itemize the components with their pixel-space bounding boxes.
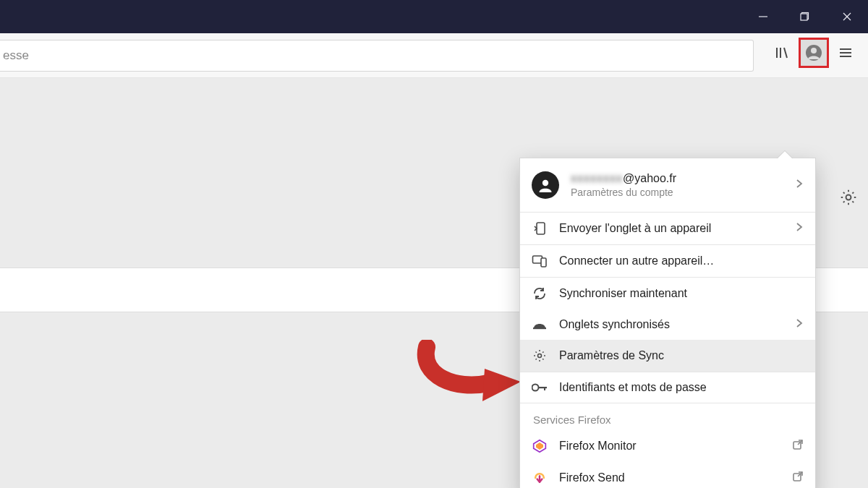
firefox-send-icon xyxy=(532,471,548,485)
menu-pointer xyxy=(777,151,793,159)
account-email-hidden: xxxxxxxx xyxy=(571,172,623,185)
svg-rect-19 xyxy=(533,328,546,329)
synced-tabs-label: Onglets synchronisés xyxy=(559,318,783,331)
firefox-monitor-icon xyxy=(532,439,548,453)
account-menu: xxxxxxxx@yahoo.fr Paramètres du compte E… xyxy=(519,158,816,488)
logins-label: Identifiants et mots de passe xyxy=(559,381,804,394)
connect-device-label: Connecter un autre appareil… xyxy=(559,254,804,267)
minimize-button[interactable] xyxy=(742,0,784,33)
svg-rect-2 xyxy=(801,14,807,20)
svg-line-29 xyxy=(798,472,802,476)
synced-tabs-item[interactable]: Onglets synchronisés xyxy=(520,309,815,340)
svg-point-9 xyxy=(811,48,817,53)
devices-icon xyxy=(532,254,548,268)
svg-line-27 xyxy=(798,440,802,445)
address-bar-placeholder: esse xyxy=(3,48,29,63)
browser-toolbar: esse xyxy=(0,33,868,78)
svg-rect-16 xyxy=(537,223,545,234)
avatar-icon xyxy=(532,171,559,199)
svg-line-7 xyxy=(784,48,787,58)
svg-rect-18 xyxy=(541,258,546,267)
services-heading: Services Firefox xyxy=(520,403,815,430)
external-link-icon xyxy=(792,439,804,453)
annotation-arrow xyxy=(416,340,524,412)
maximize-button[interactable] xyxy=(784,0,826,33)
firefox-monitor-item[interactable]: Firefox Monitor xyxy=(520,430,815,462)
connect-device-item[interactable]: Connecter un autre appareil… xyxy=(520,245,815,277)
svg-marker-14 xyxy=(482,369,521,401)
send-tab-label: Envoyer l'onglet à un appareil xyxy=(559,222,783,235)
firefox-send-label: Firefox Send xyxy=(559,471,780,484)
content-area: xxxxxxxx@yahoo.fr Paramètres du compte E… xyxy=(0,78,868,488)
svg-point-20 xyxy=(538,354,542,358)
svg-marker-25 xyxy=(536,442,543,450)
svg-point-15 xyxy=(542,180,548,186)
svg-point-21 xyxy=(532,385,539,391)
sync-settings-item[interactable]: Paramètres de Sync xyxy=(520,340,815,372)
close-button[interactable] xyxy=(826,0,868,33)
svg-rect-22 xyxy=(538,387,547,388)
svg-point-13 xyxy=(846,195,851,200)
svg-rect-23 xyxy=(544,387,545,390)
sync-icon xyxy=(532,286,548,301)
chevron-right-icon xyxy=(795,179,804,192)
logins-item[interactable]: Identifiants et mots de passe xyxy=(520,372,815,403)
account-subtitle: Paramètres du compte xyxy=(571,187,783,198)
gear-icon xyxy=(532,348,548,363)
chevron-right-icon xyxy=(795,318,804,331)
library-button[interactable] xyxy=(767,38,797,68)
firefox-send-item[interactable]: Firefox Send xyxy=(520,462,815,488)
sync-now-label: Synchroniser maintenant xyxy=(559,287,804,300)
external-link-icon xyxy=(792,471,804,485)
hamburger-menu-button[interactable] xyxy=(830,38,861,68)
chevron-right-icon xyxy=(795,222,804,235)
sync-settings-label: Paramètres de Sync xyxy=(559,349,804,362)
send-tab-item[interactable]: Envoyer l'onglet à un appareil xyxy=(520,213,815,244)
firefox-monitor-label: Firefox Monitor xyxy=(559,440,780,453)
account-button[interactable] xyxy=(799,38,829,68)
send-to-device-icon xyxy=(532,221,548,236)
key-icon xyxy=(532,382,548,393)
settings-gear-icon[interactable] xyxy=(839,188,858,210)
account-email-domain: @yahoo.fr xyxy=(623,172,676,184)
window-titlebar xyxy=(0,0,868,33)
account-info: xxxxxxxx@yahoo.fr Paramètres du compte xyxy=(571,172,783,198)
synced-tabs-icon xyxy=(532,320,548,330)
sync-now-item[interactable]: Synchroniser maintenant xyxy=(520,278,815,309)
address-bar[interactable]: esse xyxy=(0,40,754,72)
account-header-item[interactable]: xxxxxxxx@yahoo.fr Paramètres du compte xyxy=(520,158,815,212)
